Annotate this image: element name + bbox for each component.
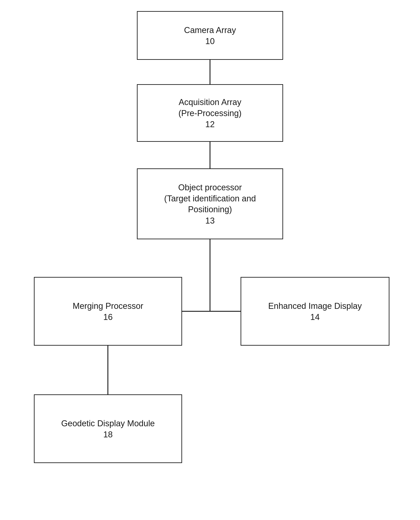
geodetic-display-module-box: Geodetic Display Module 18	[34, 394, 182, 463]
camera-array-number: 10	[205, 37, 215, 46]
acquisition-array-label: Acquisition Array (Pre-Processing)	[178, 97, 241, 119]
merging-processor-number: 16	[103, 312, 112, 322]
camera-array-label: Camera Array	[184, 25, 236, 36]
acquisition-array-box: Acquisition Array (Pre-Processing) 12	[137, 84, 283, 142]
object-line2: (Target identification and	[164, 194, 256, 203]
geodetic-display-module-label: Geodetic Display Module	[61, 418, 155, 429]
geodetic-display-module-number: 18	[103, 430, 112, 439]
enhanced-image-display-label: Enhanced Image Display	[268, 301, 362, 311]
enhanced-image-display-box: Enhanced Image Display 14	[240, 277, 390, 346]
object-processor-box: Object processor (Target identification …	[137, 168, 283, 239]
merging-processor-label: Merging Processor	[73, 301, 143, 311]
enhanced-image-display-number: 14	[310, 312, 320, 322]
acquisition-line2: (Pre-Processing)	[178, 109, 241, 118]
acquisition-array-number: 12	[205, 120, 215, 129]
camera-array-box: Camera Array 10	[137, 11, 283, 60]
object-processor-number: 13	[205, 216, 215, 226]
object-line1: Object processor	[178, 183, 242, 192]
merging-processor-box: Merging Processor 16	[34, 277, 182, 346]
acquisition-line1: Acquisition Array	[179, 98, 241, 107]
diagram-container: Camera Array 10 Acquisition Array (Pre-P…	[0, 0, 420, 520]
object-line3: Positioning)	[188, 205, 232, 214]
object-processor-label: Object processor (Target identification …	[164, 182, 256, 215]
